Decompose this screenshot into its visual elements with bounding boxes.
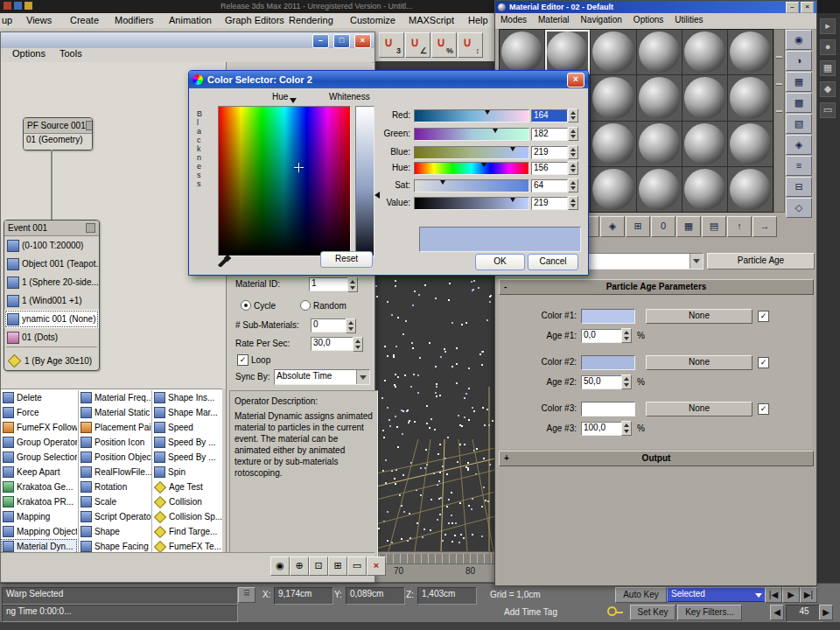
quick-access-icon[interactable] xyxy=(24,2,32,10)
zoom-icon[interactable]: ⊕ xyxy=(290,556,309,576)
depot-item[interactable]: Collision xyxy=(152,494,223,509)
blue-value-field[interactable]: 219 xyxy=(531,146,568,159)
depot-item[interactable]: Age Test xyxy=(152,480,223,494)
material-sample-slot[interactable] xyxy=(591,167,635,212)
add-time-tag[interactable]: Add Time Tag xyxy=(504,607,557,621)
current-frame-field[interactable]: 45 xyxy=(786,605,822,622)
depot-item[interactable]: Scale xyxy=(79,494,151,509)
depot-item[interactable]: Position Object xyxy=(79,450,151,465)
depot-item[interactable]: Position Icon xyxy=(79,435,151,450)
show-end-result-icon[interactable]: ▤ xyxy=(702,216,726,237)
depot-item[interactable]: Speed By ... xyxy=(152,435,223,450)
sync-by-dropdown[interactable]: Absolute Time xyxy=(274,369,370,385)
close-icon[interactable]: × xyxy=(801,2,814,13)
snap-3d-toggle[interactable]: ∪ 3 xyxy=(379,32,404,58)
loop-checkbox[interactable]: ✓ xyxy=(237,354,248,366)
green-value-field[interactable]: 182 xyxy=(531,128,568,141)
material-sample-slot[interactable] xyxy=(682,167,727,212)
depot-item[interactable]: Mapping Object xyxy=(1,524,77,539)
track-bar[interactable]: 70 80 xyxy=(372,551,497,583)
material-sample-slot[interactable] xyxy=(591,75,635,120)
depot-item[interactable]: Krakatoa PR... xyxy=(1,494,77,509)
minimize-icon[interactable]: – xyxy=(786,2,799,13)
sample-type-icon[interactable]: ◉ xyxy=(786,30,812,50)
arrow-icon[interactable]: ▸ xyxy=(820,18,836,34)
go-to-end-icon[interactable]: ▶| xyxy=(800,587,817,603)
operator-row[interactable]: 1 (Sphere 20-side... xyxy=(4,273,99,291)
operator-row[interactable]: (0-100 T:20000) xyxy=(4,236,99,255)
material-sample-slot[interactable] xyxy=(637,75,682,120)
menu-maxscript[interactable]: MAXScript xyxy=(409,15,454,25)
value-value-field[interactable]: 219 xyxy=(531,197,568,210)
material-sample-slot[interactable] xyxy=(682,75,727,120)
close-icon[interactable]: × xyxy=(567,73,584,88)
map-type-button[interactable]: Particle Age xyxy=(707,253,815,270)
dialog-titlebar[interactable]: Color Selector: Color 2 × xyxy=(189,71,588,88)
slider-marker-icon[interactable] xyxy=(485,110,490,115)
slider-marker-icon[interactable] xyxy=(510,198,515,202)
minimize-icon[interactable]: – xyxy=(312,34,329,48)
cycle-radio[interactable]: Cycle xyxy=(241,300,276,311)
cancel-button[interactable]: Cancel xyxy=(528,254,578,270)
select-by-material-icon[interactable]: ⊟ xyxy=(786,177,812,197)
quick-access-icon[interactable] xyxy=(14,2,22,10)
reset-button[interactable]: Reset xyxy=(320,251,373,268)
menu-rendering[interactable]: Rendering xyxy=(289,15,333,25)
material-sample-slot[interactable] xyxy=(682,30,727,74)
depot-item[interactable]: Speed By ... xyxy=(152,450,223,465)
material-sample-slot[interactable] xyxy=(545,30,590,74)
age2-field[interactable]: 50,0 xyxy=(581,375,623,389)
x-coordinate-field[interactable]: 9,174cm xyxy=(274,587,333,605)
operator-row[interactable]: 01 (Geometry) xyxy=(24,134,92,150)
color1-map-button[interactable]: None xyxy=(646,309,752,324)
operator-row-selected[interactable]: ynamic 001 (None) xyxy=(4,310,99,328)
go-to-start-icon[interactable]: |◀ xyxy=(765,587,782,603)
material-editor-titlebar[interactable]: Material Editor - 02 - Default – × xyxy=(495,1,816,13)
menu-create[interactable]: Create xyxy=(70,15,99,25)
material-map-navigator-icon[interactable]: ◇ xyxy=(786,198,812,218)
set-key-icon[interactable] xyxy=(607,606,623,620)
depot-item[interactable]: Mapping xyxy=(1,509,77,524)
spinner[interactable] xyxy=(568,178,578,192)
menu-tools[interactable]: Tools xyxy=(60,48,82,59)
key-filters-button[interactable]: Key Filters... xyxy=(677,605,742,620)
percent-snap-toggle[interactable]: ∪ % xyxy=(431,32,457,58)
timeline-ticks[interactable] xyxy=(373,554,494,564)
diamond-icon[interactable]: ◆ xyxy=(820,81,836,97)
red-value-field[interactable]: 164 xyxy=(531,109,568,122)
menu-modes[interactable]: Modes xyxy=(500,15,527,29)
menu-help[interactable]: Help xyxy=(468,15,488,25)
depot-item[interactable]: Krakatoa Ge... xyxy=(1,480,77,494)
menu-material[interactable]: Material xyxy=(538,15,570,29)
menu-options[interactable]: Options xyxy=(634,15,663,29)
material-sample-slot[interactable] xyxy=(728,75,773,120)
spinner[interactable] xyxy=(621,328,632,343)
no-zoom-icon[interactable]: ▭ xyxy=(347,556,367,576)
color3-swatch[interactable] xyxy=(581,402,635,416)
go-to-parent-icon[interactable]: ↑ xyxy=(727,216,752,237)
grid-icon[interactable]: ▦ xyxy=(820,60,836,76)
green-slider[interactable] xyxy=(414,128,529,141)
slider-marker-icon[interactable] xyxy=(493,129,498,133)
ok-button[interactable]: OK xyxy=(475,254,525,270)
show-map-in-viewport-icon[interactable]: ▦ xyxy=(676,216,701,237)
set-key-button[interactable]: Set Key xyxy=(630,605,676,620)
spinner[interactable] xyxy=(621,374,632,389)
depot-item[interactable]: RealFlowFile... xyxy=(79,465,151,480)
maximize-icon[interactable]: □ xyxy=(333,34,350,48)
spinner[interactable] xyxy=(568,161,578,175)
depot-item[interactable]: Shape Mar... xyxy=(152,405,223,420)
age3-field[interactable]: 100,0 xyxy=(581,422,623,436)
whiteness-strip[interactable] xyxy=(355,106,374,256)
spinner[interactable] xyxy=(346,318,356,333)
menu-customize[interactable]: Customize xyxy=(350,15,396,25)
spinner-snap-toggle[interactable]: ∪ ↕ xyxy=(458,32,483,58)
sub-materials-field[interactable]: 0 xyxy=(311,318,347,332)
auto-key-button[interactable]: Auto Key xyxy=(615,587,667,603)
make-preview-icon[interactable]: ◈ xyxy=(786,135,812,155)
depot-item[interactable]: Group Selection xyxy=(1,450,77,465)
operator-row[interactable]: 01 (Dots) xyxy=(4,328,99,346)
random-radio[interactable]: Random xyxy=(300,300,346,311)
color3-checkbox[interactable]: ✓ xyxy=(758,403,769,415)
depot-item[interactable]: Delete xyxy=(1,390,77,405)
